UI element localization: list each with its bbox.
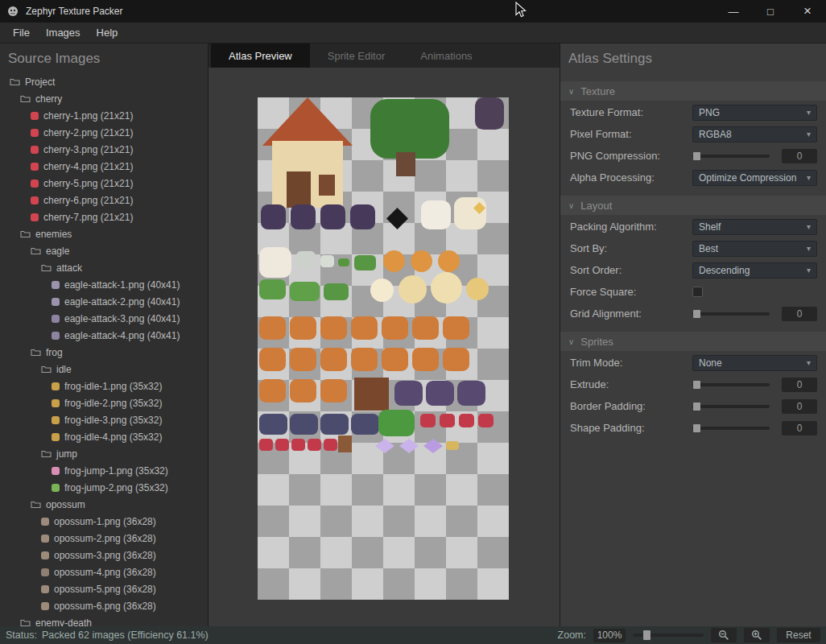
png-compression-value-field[interactable]: 0 [782, 149, 817, 163]
atlas-sprite [354, 378, 389, 411]
tree-item-eagle-attack-3-png-40x41[interactable]: eagle-attack-3.png (40x41) [0, 310, 208, 327]
tree-item-opossum-2-png-36x28[interactable]: opossum-2.png (36x28) [0, 530, 208, 547]
atlas-sprite [399, 275, 427, 303]
extrude-value-field[interactable]: 0 [782, 378, 817, 392]
tree-item-eagle-attack-1-png-40x41[interactable]: eagle-attack-1.png (40x41) [0, 276, 208, 293]
window-title: Zephyr Texture Packer [26, 6, 123, 17]
atlas-sprite [431, 272, 462, 303]
tree-item-cherry-2-png-21x21[interactable]: cherry-2.png (21x21) [0, 124, 208, 141]
reset-zoom-button[interactable]: Reset [777, 628, 820, 642]
packing-algorithm-dropdown[interactable]: Shelf▾ [692, 219, 817, 235]
menu-file[interactable]: File [5, 24, 38, 41]
tree-item-frog-idle-3-png-35x32[interactable]: frog-idle-3.png (35x32) [0, 411, 208, 428]
alpha-processing-dropdown[interactable]: Optimize Compression▾ [692, 170, 817, 186]
tree-item-eagle-attack-4-png-40x41[interactable]: eagle-attack-4.png (40x41) [0, 327, 208, 344]
slider-thumb[interactable] [693, 381, 700, 389]
tree-item-frog-jump-1-png-35x32[interactable]: frog-jump-1.png (35x32) [0, 462, 208, 479]
zoom-slider[interactable] [633, 634, 704, 637]
tree-item-frog-jump-2-png-35x32[interactable]: frog-jump-2.png (35x32) [0, 479, 208, 496]
atlas-canvas[interactable] [209, 68, 560, 626]
tree-item-cherry-6-png-21x21[interactable]: cherry-6.png (21x21) [0, 192, 208, 208]
atlas-sprite [287, 171, 311, 208]
atlas-sprite [351, 316, 378, 340]
slider-thumb[interactable] [693, 310, 700, 318]
tab-animations[interactable]: Animations [403, 43, 489, 68]
atlas-sprite [259, 414, 287, 435]
tree-folder-attack[interactable]: attack [0, 259, 208, 276]
atlas-sprite [378, 410, 415, 436]
tree-item-cherry-4-png-21x21[interactable]: cherry-4.png (21x21) [0, 158, 208, 175]
tree-item-cherry-3-png-21x21[interactable]: cherry-3.png (21x21) [0, 141, 208, 158]
dropdown-value: RGBA8 [699, 129, 732, 140]
atlas-sprite [319, 175, 335, 196]
tree-folder-eagle[interactable]: eagle [0, 242, 208, 259]
extrude-slider[interactable] [692, 383, 770, 386]
png-compression-slider[interactable] [692, 155, 770, 158]
maximize-button[interactable]: □ [752, 0, 789, 23]
status-text: Packed 62 images (Efficiency 61.1%) [42, 630, 209, 641]
tree-item-cherry-7-png-21x21[interactable]: cherry-7.png (21x21) [0, 208, 208, 225]
zoom-in-button[interactable] [744, 628, 770, 642]
sort-by-dropdown[interactable]: Best▾ [692, 241, 817, 257]
border-padding-slider[interactable] [692, 405, 770, 408]
section-header-texture[interactable]: ∨Texture [560, 81, 826, 101]
tree-folder-project[interactable]: Project [0, 73, 208, 90]
menu-help[interactable]: Help [89, 24, 126, 41]
tree-item-label: eagle-attack-3.png (40x41) [64, 313, 180, 324]
trim-mode-dropdown[interactable]: None▾ [692, 355, 817, 371]
shape-padding-slider[interactable] [692, 427, 770, 430]
main-area: Source Images Projectcherrycherry-1.png … [0, 43, 826, 626]
border-padding-value-field[interactable]: 0 [782, 399, 817, 414]
tab-atlas-preview[interactable]: Atlas Preview [211, 43, 310, 68]
grid-alignment-value-field[interactable]: 0 [782, 307, 817, 321]
tree-folder-enemy-death[interactable]: enemy-death [0, 614, 208, 626]
atlas-sprite [411, 250, 432, 272]
zoom-slider-thumb[interactable] [643, 630, 650, 640]
slider-thumb[interactable] [693, 402, 700, 411]
setting-row-sort-by: Sort By:Best▾ [560, 238, 826, 258]
tree-item-frog-idle-4-png-35x32[interactable]: frog-idle-4.png (35x32) [0, 428, 208, 445]
tab-sprite-editor[interactable]: Sprite Editor [310, 43, 403, 68]
section-header-layout[interactable]: ∨Layout [560, 196, 826, 215]
atlas-sprite [262, 97, 353, 146]
tree-item-label: frog-jump-2.png (35x32) [64, 482, 168, 493]
texture-format-dropdown[interactable]: PNG▾ [692, 105, 817, 121]
minimize-button[interactable]: — [715, 0, 752, 23]
tree-item-opossum-5-png-36x28[interactable]: opossum-5.png (36x28) [0, 580, 208, 597]
slider-thumb[interactable] [693, 424, 700, 432]
atlas-preview[interactable] [258, 97, 509, 600]
tree-folder-frog[interactable]: frog [0, 344, 208, 361]
tree-folder-idle[interactable]: idle [0, 361, 208, 378]
tree-item-frog-idle-1-png-35x32[interactable]: frog-idle-1.png (35x32) [0, 378, 208, 394]
slider-thumb[interactable] [693, 152, 700, 160]
tree-item-frog-idle-2-png-35x32[interactable]: frog-idle-2.png (35x32) [0, 394, 208, 411]
tree-folder-opossum[interactable]: opossum [0, 496, 208, 513]
atlas-sprite [426, 381, 454, 406]
menu-images[interactable]: Images [38, 24, 89, 41]
tree-folder-cherry[interactable]: cherry [0, 90, 208, 107]
atlas-sprite [383, 250, 405, 272]
zoom-value-field[interactable]: 100% [593, 629, 626, 642]
section-header-sprites[interactable]: ∨Sprites [560, 332, 826, 351]
pixel-format-dropdown[interactable]: RGBA8▾ [692, 126, 817, 142]
tree-item-opossum-3-png-36x28[interactable]: opossum-3.png (36x28) [0, 547, 208, 564]
tree-item-opossum-4-png-36x28[interactable]: opossum-4.png (36x28) [0, 564, 208, 580]
close-button[interactable]: × [789, 0, 826, 23]
atlas-sprite [478, 414, 494, 427]
atlas-sprite [290, 414, 318, 435]
tree-item-cherry-1-png-21x21[interactable]: cherry-1.png (21x21) [0, 107, 208, 124]
tree-item-label: cherry-7.png (21x21) [43, 212, 133, 223]
atlas-sprite [440, 414, 455, 427]
force-square-checkbox[interactable] [692, 287, 703, 297]
tree-item-cherry-5-png-21x21[interactable]: cherry-5.png (21x21) [0, 175, 208, 192]
tree-folder-jump[interactable]: jump [0, 445, 208, 462]
tabbar: Atlas PreviewSprite EditorAnimations [209, 43, 560, 68]
shape-padding-value-field[interactable]: 0 [782, 421, 817, 436]
grid-alignment-slider[interactable] [692, 312, 770, 316]
sort-order-dropdown[interactable]: Descending▾ [692, 262, 817, 279]
zoom-out-button[interactable] [711, 628, 737, 642]
tree-item-eagle-attack-2-png-40x41[interactable]: eagle-attack-2.png (40x41) [0, 293, 208, 310]
tree-item-opossum-6-png-36x28[interactable]: opossum-6.png (36x28) [0, 597, 208, 614]
tree-item-opossum-1-png-36x28[interactable]: opossum-1.png (36x28) [0, 513, 208, 530]
tree-folder-enemies[interactable]: enemies [0, 225, 208, 242]
